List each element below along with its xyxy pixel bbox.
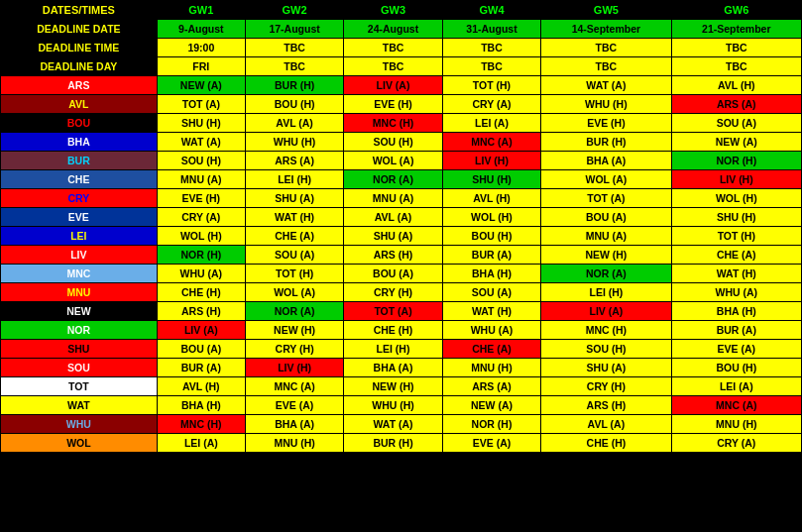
fixture-nor-gw4: WHU (A) — [442, 321, 540, 340]
deadline-date-gw4: 31-August — [442, 20, 540, 39]
fixture-whu-gw3: WAT (A) — [344, 415, 442, 434]
fixture-shu-gw2: CRY (H) — [245, 340, 343, 359]
fixture-nor-gw5: MNC (H) — [541, 321, 671, 340]
fixture-lei-gw6: TOT (H) — [671, 227, 801, 246]
fixture-new-gw6: BHA (H) — [671, 302, 801, 321]
fixture-mnc-gw5: NOR (A) — [541, 265, 671, 283]
deadline-date-gw3: 24-August — [344, 20, 442, 39]
deadline-day-gw5: TBC — [541, 57, 671, 76]
fixture-eve-gw5: BOU (A) — [541, 208, 671, 227]
deadline-day-row: DEADLINE DAY FRI TBC TBC TBC TBC TBC — [1, 57, 802, 76]
fixture-wol-gw2: MNU (H) — [245, 434, 343, 453]
fixture-mnu-gw5: LEI (H) — [541, 283, 671, 302]
fixture-wol-gw3: BUR (H) — [344, 434, 442, 453]
fixture-wat-gw6: MNC (A) — [671, 396, 801, 415]
fixture-whu-gw4: NOR (H) — [442, 415, 540, 434]
fixture-liv-gw2: SOU (A) — [245, 246, 343, 265]
gw1-header: GW1 — [157, 1, 245, 20]
team-row: WATBHA (H)EVE (A)WHU (H)NEW (A)ARS (H)MN… — [1, 396, 802, 415]
team-row: ARSNEW (A)BUR (H)LIV (A)TOT (H)WAT (A)AV… — [1, 76, 802, 95]
deadline-time-row: DEADLINE TIME 19:00 TBC TBC TBC TBC TBC — [1, 39, 802, 57]
team-label-mnc: MNC — [1, 265, 158, 283]
fixture-lei-gw1: WOL (H) — [157, 227, 245, 246]
fixture-sou-gw6: BOU (H) — [671, 359, 801, 377]
team-label-liv: LIV — [1, 246, 158, 265]
team-row: CHEMNU (A)LEI (H)NOR (A)SHU (H)WOL (A)LI… — [1, 170, 802, 189]
fixture-table: DATES/TIMES GW1 GW2 GW3 GW4 GW5 GW6 DEAD… — [0, 0, 802, 453]
team-row: EVECRY (A)WAT (H)AVL (A)WOL (H)BOU (A)SH… — [1, 208, 802, 227]
fixture-ars-gw2: BUR (H) — [245, 76, 343, 95]
fixture-mnc-gw2: TOT (H) — [245, 265, 343, 283]
fixture-cry-gw3: MNU (A) — [344, 189, 442, 208]
fixture-cry-gw2: SHU (A) — [245, 189, 343, 208]
deadline-day-gw3: TBC — [344, 57, 442, 76]
fixture-ars-gw6: AVL (H) — [671, 76, 801, 95]
fixture-bou-gw4: LEI (A) — [442, 114, 540, 133]
team-row: MNCWHU (A)TOT (H)BOU (A)BHA (H)NOR (A)WA… — [1, 265, 802, 283]
fixture-sou-gw3: BHA (A) — [344, 359, 442, 377]
team-label-bur: BUR — [1, 152, 158, 170]
team-row: WHUMNC (H)BHA (A)WAT (A)NOR (H)AVL (A)MN… — [1, 415, 802, 434]
fixture-tot-gw2: MNC (A) — [245, 377, 343, 396]
fixture-eve-gw3: AVL (A) — [344, 208, 442, 227]
fixture-eve-gw4: WOL (H) — [442, 208, 540, 227]
fixture-avl-gw1: TOT (A) — [157, 95, 245, 114]
fixture-wol-gw6: CRY (A) — [671, 434, 801, 453]
team-label-shu: SHU — [1, 340, 158, 359]
team-label-lei: LEI — [1, 227, 158, 246]
fixture-che-gw5: WOL (A) — [541, 170, 671, 189]
fixture-lei-gw4: BOU (H) — [442, 227, 540, 246]
team-label-nor: NOR — [1, 321, 158, 340]
team-row: CRYEVE (H)SHU (A)MNU (A)AVL (H)TOT (A)WO… — [1, 189, 802, 208]
team-label-avl: AVL — [1, 95, 158, 114]
fixture-nor-gw6: BUR (A) — [671, 321, 801, 340]
fixture-tot-gw4: ARS (A) — [442, 377, 540, 396]
fixture-mnu-gw2: WOL (A) — [245, 283, 343, 302]
fixture-ars-gw5: WAT (A) — [541, 76, 671, 95]
fixture-mnc-gw6: WAT (H) — [671, 265, 801, 283]
fixture-mnc-gw1: WHU (A) — [157, 265, 245, 283]
fixture-wol-gw4: EVE (A) — [442, 434, 540, 453]
deadline-date-row: DEADLINE DATE 9-August 17-August 24-Augu… — [1, 20, 802, 39]
fixture-bou-gw2: AVL (A) — [245, 114, 343, 133]
deadline-time-label: DEADLINE TIME — [1, 39, 158, 57]
fixture-tot-gw5: CRY (H) — [541, 377, 671, 396]
header-row: DATES/TIMES GW1 GW2 GW3 GW4 GW5 GW6 — [1, 1, 802, 20]
deadline-time-gw6: TBC — [671, 39, 801, 57]
fixture-bha-gw5: BUR (H) — [541, 133, 671, 152]
fixture-wat-gw3: WHU (H) — [344, 396, 442, 415]
team-label-ars: ARS — [1, 76, 158, 95]
fixture-new-gw3: TOT (A) — [344, 302, 442, 321]
gw6-header: GW6 — [671, 1, 801, 20]
fixture-sou-gw1: BUR (A) — [157, 359, 245, 377]
fixture-bha-gw4: MNC (A) — [442, 133, 540, 152]
fixture-liv-gw5: NEW (H) — [541, 246, 671, 265]
gw2-header: GW2 — [245, 1, 343, 20]
fixture-mnc-gw4: BHA (H) — [442, 265, 540, 283]
deadline-day-gw6: TBC — [671, 57, 801, 76]
fixture-bha-gw3: SOU (H) — [344, 133, 442, 152]
deadline-time-gw4: TBC — [442, 39, 540, 57]
fixture-whu-gw6: MNU (H) — [671, 415, 801, 434]
deadline-date-gw5: 14-September — [541, 20, 671, 39]
fixture-nor-gw1: LIV (A) — [157, 321, 245, 340]
fixture-liv-gw1: NOR (H) — [157, 246, 245, 265]
fixture-mnc-gw3: BOU (A) — [344, 265, 442, 283]
fixture-wol-gw5: CHE (H) — [541, 434, 671, 453]
fixture-cry-gw5: TOT (A) — [541, 189, 671, 208]
team-label-bha: BHA — [1, 133, 158, 152]
fixture-liv-gw4: BUR (A) — [442, 246, 540, 265]
team-label-wol: WOL — [1, 434, 158, 453]
fixture-che-gw6: LIV (H) — [671, 170, 801, 189]
fixture-lei-gw5: MNU (A) — [541, 227, 671, 246]
fixture-ars-gw3: LIV (A) — [344, 76, 442, 95]
fixture-eve-gw6: SHU (H) — [671, 208, 801, 227]
team-row: BOUSHU (H)AVL (A)MNC (H)LEI (A)EVE (H)SO… — [1, 114, 802, 133]
fixture-eve-gw1: CRY (A) — [157, 208, 245, 227]
fixture-new-gw4: WAT (H) — [442, 302, 540, 321]
fixture-avl-gw2: BOU (H) — [245, 95, 343, 114]
fixture-shu-gw6: EVE (A) — [671, 340, 801, 359]
fixture-whu-gw1: MNC (H) — [157, 415, 245, 434]
fixture-bur-gw6: NOR (H) — [671, 152, 801, 170]
fixture-ars-gw1: NEW (A) — [157, 76, 245, 95]
